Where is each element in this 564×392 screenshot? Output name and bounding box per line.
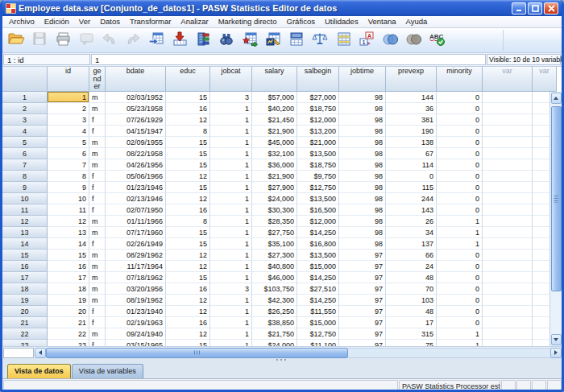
cell-12-salbegin[interactable]: $12,000	[297, 216, 339, 227]
cell-20-id[interactable]: 20	[48, 306, 89, 317]
cell-11-prevexp[interactable]: 143	[386, 204, 437, 216]
cell-12-prevexp[interactable]: 26	[386, 216, 437, 227]
cell-7-prevexp[interactable]: 114	[386, 159, 437, 171]
cell-6-salbegin[interactable]: $13,500	[297, 148, 339, 159]
cell-7-educ[interactable]: 15	[166, 159, 210, 171]
menu-ventana[interactable]: Ventana	[363, 16, 401, 27]
cell-7-minority[interactable]: 0	[437, 159, 483, 171]
cell-16-salary[interactable]: $40,800	[252, 261, 297, 272]
cell-11-salbegin[interactable]: $16,500	[297, 204, 339, 216]
column-header-jobtime[interactable]: jobtime	[339, 67, 386, 92]
row-header-10[interactable]: 10	[2, 193, 48, 204]
column-header-id[interactable]: id	[48, 67, 89, 92]
cell-1-salary[interactable]: $57,000	[252, 92, 297, 103]
row-header-23[interactable]: 23	[2, 340, 48, 346]
cell-5-salbegin[interactable]: $21,000	[297, 137, 339, 148]
cell-2-id[interactable]: 2	[48, 103, 89, 114]
column-header-salbegin[interactable]: salbegin	[297, 67, 339, 92]
cell-21-educ[interactable]: 16	[166, 317, 210, 328]
cell-13-jobtime[interactable]: 98	[339, 227, 386, 238]
row-header-4[interactable]: 4	[2, 126, 48, 137]
cell-22-bdate[interactable]: 09/24/1940	[106, 328, 166, 340]
cell-8-salbegin[interactable]: $9,750	[297, 171, 339, 182]
cell-10-bdate[interactable]: 02/13/1946	[106, 193, 166, 204]
cell-13-salbegin[interactable]: $14,250	[297, 227, 339, 238]
row-header-8[interactable]: 8	[2, 171, 48, 182]
cell-18-prevexp[interactable]: 70	[386, 283, 437, 295]
title-bar[interactable]: Employee data.sav [Conjunto_de_datos1] -…	[2, 0, 562, 16]
cell-14-jobcat[interactable]: 1	[210, 238, 252, 250]
cell-20-salary[interactable]: $26,250	[252, 306, 297, 317]
cell-17-id[interactable]: 17	[48, 272, 89, 283]
cell-17-salary[interactable]: $46,000	[252, 272, 297, 283]
row-header-17[interactable]: 17	[2, 272, 48, 283]
cell-22-prevexp[interactable]: 315	[386, 328, 437, 340]
cell-4-bdate[interactable]: 04/15/1947	[106, 126, 166, 137]
cell-2-salbegin[interactable]: $18,750	[297, 103, 339, 114]
cell-14-salary[interactable]: $35,100	[252, 238, 297, 250]
cell-2-educ[interactable]: 16	[166, 103, 210, 114]
cell-15-bdate[interactable]: 08/29/1962	[106, 250, 166, 261]
cell-9-jobtime[interactable]: 98	[339, 182, 386, 193]
column-header-bdate[interactable]: bdate	[106, 67, 166, 92]
cell-21-bdate[interactable]: 02/19/1963	[106, 317, 166, 328]
cell-15-salbegin[interactable]: $13,500	[297, 250, 339, 261]
cell-11-salary[interactable]: $30,300	[252, 204, 297, 216]
column-header-jobcat[interactable]: jobcat	[210, 67, 252, 92]
cell-13-salary[interactable]: $27,750	[252, 227, 297, 238]
show-all-variables-button[interactable]	[401, 30, 425, 52]
cell-17-minority[interactable]: 0	[437, 272, 483, 283]
cell-5-jobtime[interactable]: 98	[339, 137, 386, 148]
cell-12-id[interactable]: 12	[48, 216, 89, 227]
cell-3-gender[interactable]: f	[89, 114, 106, 126]
cell-6-prevexp[interactable]: 67	[386, 148, 437, 159]
cell-4-minority[interactable]: 0	[437, 126, 483, 137]
cell-20-educ[interactable]: 12	[166, 306, 210, 317]
cell-23-var1[interactable]	[483, 340, 533, 346]
cell-12-educ[interactable]: 8	[166, 216, 210, 227]
cell-23-jobtime[interactable]: 97	[339, 340, 386, 346]
cell-14-educ[interactable]: 15	[166, 238, 210, 250]
cell-3-minority[interactable]: 0	[437, 114, 483, 126]
cell-8-educ[interactable]: 12	[166, 171, 210, 182]
cell-3-var1[interactable]	[483, 114, 533, 126]
cell-12-var1[interactable]	[483, 216, 533, 227]
cell-5-id[interactable]: 5	[48, 137, 89, 148]
cell-19-gender[interactable]: m	[89, 295, 106, 306]
cell-13-var1[interactable]	[483, 227, 533, 238]
row-header-20[interactable]: 20	[2, 306, 48, 317]
cell-16-var1[interactable]	[483, 261, 533, 272]
cell-15-jobcat[interactable]: 1	[210, 250, 252, 261]
maximize-button[interactable]	[528, 2, 542, 14]
scroll-up-arrow[interactable]	[551, 93, 562, 104]
cell-10-prevexp[interactable]: 244	[386, 193, 437, 204]
cell-21-minority[interactable]: 0	[437, 317, 483, 328]
cell-5-prevexp[interactable]: 138	[386, 137, 437, 148]
cell-4-gender[interactable]: f	[89, 126, 106, 137]
row-header-9[interactable]: 9	[2, 182, 48, 193]
cell-10-jobtime[interactable]: 98	[339, 193, 386, 204]
cell-4-salary[interactable]: $21,900	[252, 126, 297, 137]
cell-7-gender[interactable]: m	[89, 159, 106, 171]
cell-19-prevexp[interactable]: 103	[386, 295, 437, 306]
cell-17-bdate[interactable]: 07/18/1962	[106, 272, 166, 283]
cell-16-jobcat[interactable]: 1	[210, 261, 252, 272]
cell-2-jobcat[interactable]: 1	[210, 103, 252, 114]
cell-14-id[interactable]: 14	[48, 238, 89, 250]
splitter-grip[interactable]	[276, 359, 288, 361]
cell-5-educ[interactable]: 15	[166, 137, 210, 148]
cell-10-id[interactable]: 10	[48, 193, 89, 204]
cell-18-salary[interactable]: $103,750	[252, 283, 297, 295]
cell-5-minority[interactable]: 0	[437, 137, 483, 148]
insert-cases-button[interactable]	[238, 30, 261, 52]
cell-3-id[interactable]: 3	[48, 114, 89, 126]
cell-9-educ[interactable]: 15	[166, 182, 210, 193]
cell-17-salbegin[interactable]: $14,250	[297, 272, 339, 283]
cell-14-gender[interactable]: f	[89, 238, 106, 250]
cell-17-jobcat[interactable]: 1	[210, 272, 252, 283]
cell-22-jobtime[interactable]: 97	[339, 328, 386, 340]
horizontal-scroll-thumb[interactable]	[46, 348, 348, 358]
cell-14-jobtime[interactable]: 98	[339, 238, 386, 250]
cell-21-var1[interactable]	[483, 317, 533, 328]
cell-12-minority[interactable]: 1	[437, 216, 483, 227]
